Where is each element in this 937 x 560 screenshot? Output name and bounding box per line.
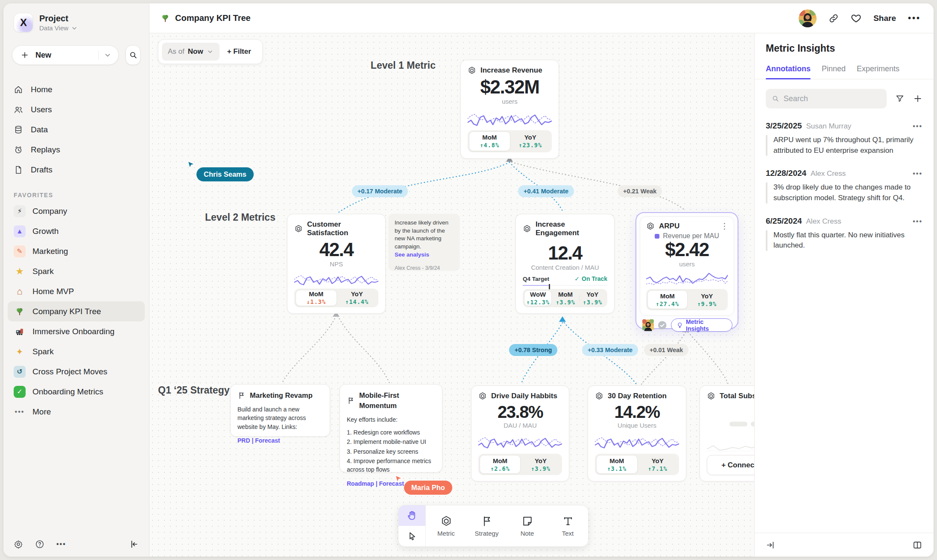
strategy-card-mobile-first[interactable]: Mobile-First Momentum Key efforts includ… xyxy=(340,384,442,472)
new-button[interactable]: New xyxy=(12,45,119,65)
stat-yoy[interactable]: YoY ↑7.1% xyxy=(638,455,678,474)
tool-label: Metric xyxy=(437,530,455,537)
annotation-item[interactable]: 6/25/2024 Alex Cress ••• Mostly flat thi… xyxy=(755,204,934,251)
favorite-company[interactable]: ⚡ Company xyxy=(8,201,145,221)
tree-icon xyxy=(14,306,26,318)
user-avatar[interactable] xyxy=(799,9,817,27)
overflow-menu-icon[interactable]: ••• xyxy=(908,13,921,23)
tab-annotations[interactable]: Annotations xyxy=(766,64,811,79)
favorite-onboarding-metrics[interactable]: ✓ Onboarding Metrics xyxy=(8,382,145,402)
favorite-spark[interactable]: ★ Spark xyxy=(8,261,145,281)
metric-hexagon-icon xyxy=(294,225,303,233)
stat-yoy[interactable]: YoY ↑23.9% xyxy=(510,131,551,152)
app-frame: X Project Data View New xyxy=(0,0,937,560)
home-icon xyxy=(14,85,23,94)
metric-hexagon-icon xyxy=(440,515,452,527)
strategy-tool[interactable]: Strategy xyxy=(466,505,507,546)
kpi-tree-canvas[interactable]: As of Now + Filter Level 1 Metric Level … xyxy=(149,33,754,557)
project-switcher[interactable]: X Project Data View xyxy=(3,13,149,32)
stat-mom[interactable]: MoM ↑3.9% xyxy=(552,290,579,306)
strategy-card-marketing-revamp[interactable]: Marketing Revamp Build and launch a new … xyxy=(230,384,330,437)
see-analysis-link[interactable]: See analysis xyxy=(395,251,429,258)
annotation-menu-icon[interactable]: ••• xyxy=(913,122,922,130)
metric-card-total-subscriptions[interactable]: Total Subscriptions + Connect xyxy=(700,385,754,481)
annotation-menu-icon[interactable]: ••• xyxy=(913,170,922,178)
sidebar-item-replays[interactable]: Replays xyxy=(3,140,149,160)
metric-card-increase-engagement[interactable]: Increase Engagement 12.4 Content Creatio… xyxy=(515,214,615,314)
strategy-list-item: 3. Personalize key screens xyxy=(347,447,435,456)
stat-yoy[interactable]: YoY ↑9.9% xyxy=(688,290,727,309)
stat-mom[interactable]: MoM ↓1.3% xyxy=(296,290,337,306)
filter-button[interactable]: + Filter xyxy=(220,47,259,56)
sparkline-chart xyxy=(468,108,552,130)
metric-hexagon-icon xyxy=(707,392,715,400)
link-icon[interactable] xyxy=(829,13,839,23)
stat-yoy[interactable]: YoY ↑3.9% xyxy=(579,290,606,306)
gear-icon[interactable] xyxy=(14,540,23,549)
sidebar-nav: Home Users Data Replays xyxy=(3,79,149,180)
sidebar-search-button[interactable] xyxy=(126,45,141,65)
note-tool[interactable]: Note xyxy=(507,505,548,546)
kebab-menu-icon[interactable]: ⋮ xyxy=(720,221,729,231)
strategy-links[interactable]: Roadmap | Forecast xyxy=(347,479,435,488)
split-view-icon[interactable] xyxy=(912,540,922,550)
sidebar-item-home[interactable]: Home xyxy=(3,79,149,99)
favorite-spark-2[interactable]: ✦ Spark xyxy=(8,341,145,362)
stat-mom[interactable]: MoM ↑3.1% xyxy=(596,455,638,474)
stat-mom[interactable]: MoM ↑4.8% xyxy=(469,131,510,152)
connect-button[interactable]: + Connect xyxy=(707,455,754,475)
as-of-selector[interactable]: As of Now xyxy=(162,43,220,61)
favorite-cross-project-moves[interactable]: ↺ Cross Project Moves xyxy=(8,362,145,382)
select-tool[interactable] xyxy=(398,526,425,546)
metric-insights-button[interactable]: Metric Insights xyxy=(671,318,732,332)
collapse-sidebar-icon[interactable] xyxy=(129,540,139,549)
annotation-item[interactable]: 12/28/2024 Alex Cress ••• 3% drop likely… xyxy=(755,156,934,203)
favorite-home-mvp[interactable]: ⌂ Home MVP xyxy=(8,281,145,301)
lightbulb-icon xyxy=(676,322,683,329)
sidebar-item-users[interactable]: Users xyxy=(3,99,149,120)
favorite-company-kpi-tree[interactable]: Company KPI Tree xyxy=(8,301,145,321)
sidebar-item-label: Users xyxy=(31,105,52,114)
tab-experiments[interactable]: Experiments xyxy=(857,64,899,79)
metric-insights-panel: Metric Insights Annotations Pinned Exper… xyxy=(754,33,934,557)
annotation-menu-icon[interactable]: ••• xyxy=(913,218,922,225)
metric-card-drive-daily-habbits[interactable]: Drive Daily Habbits 23.8% DAU / MAU MoM … xyxy=(471,385,569,481)
sidebar-item-data[interactable]: Data xyxy=(3,120,149,140)
metric-card-customer-satisfaction[interactable]: Customer Satisfaction 42.4 NPS MoM ↓1.3%… xyxy=(287,214,386,314)
tool-palette: Metric Strategy Note xyxy=(398,505,589,547)
check-icon: ✓ xyxy=(574,275,580,282)
hand-tool[interactable] xyxy=(398,505,425,526)
metric-tool[interactable]: Metric xyxy=(426,505,466,546)
add-annotation-icon[interactable] xyxy=(913,94,922,103)
stat-yoy[interactable]: YoY ↑3.9% xyxy=(521,455,561,474)
annotation-item[interactable]: 3/25/2025 Susan Murray ••• ARPU went up … xyxy=(755,108,934,156)
collapse-panel-icon[interactable] xyxy=(766,540,775,550)
favorites-more[interactable]: ••• More xyxy=(8,402,145,422)
chevron-down-icon[interactable] xyxy=(104,51,111,59)
annotation-search[interactable] xyxy=(766,89,887,108)
share-button[interactable]: Share xyxy=(873,14,896,23)
stat-yoy[interactable]: YoY ↑14.4% xyxy=(337,290,378,306)
favorite-growth[interactable]: ▲ Growth xyxy=(8,221,145,241)
metric-card-arpu-selected[interactable]: ⋮ ARPU Revenue per MAU $2.42 users xyxy=(635,212,738,329)
heart-icon[interactable] xyxy=(851,13,861,23)
stat-wow[interactable]: WoW ↑12.3% xyxy=(524,290,552,306)
search-input[interactable] xyxy=(784,94,881,103)
text-tool[interactable]: Text xyxy=(548,505,588,546)
metric-card-30-day-retention[interactable]: 30 Day Retention 14.2% Unique Users MoM … xyxy=(588,385,686,481)
strategy-links[interactable]: PRD | Forecast xyxy=(237,436,323,445)
stat-mom[interactable]: MoM ↑2.6% xyxy=(480,455,521,474)
correlation-label: +0.01 Weak xyxy=(644,344,688,356)
more-options-icon[interactable]: ••• xyxy=(56,540,66,548)
help-icon[interactable] xyxy=(35,540,44,549)
sidebar-item-drafts[interactable]: Drafts xyxy=(3,160,149,180)
metric-card-increase-revenue[interactable]: Increase Revenue $2.32M users MoM ↑4.8% … xyxy=(460,60,559,159)
annotation-note-card[interactable]: Increase likely driven by the launch of … xyxy=(389,214,460,270)
favorite-label: Growth xyxy=(32,227,59,236)
filter-funnel-icon[interactable] xyxy=(895,94,905,103)
favorite-marketing[interactable]: ✎ Marketing xyxy=(8,241,145,261)
tab-pinned[interactable]: Pinned xyxy=(822,64,846,79)
favorite-immersive-onboarding[interactable]: Immersive Onboarding xyxy=(8,321,145,341)
database-icon xyxy=(14,125,23,134)
stat-mom[interactable]: MoM ↑27.4% xyxy=(647,290,688,309)
